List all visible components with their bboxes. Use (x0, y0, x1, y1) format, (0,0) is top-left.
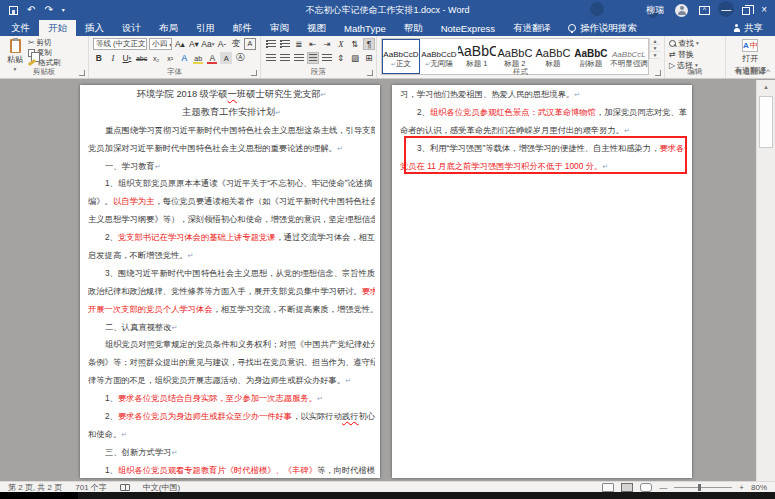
superscript-button[interactable]: x² (164, 52, 176, 64)
doc-line[interactable]: 1、组织各位党员观看专题教育片《时代楷模》、《丰碑》等，向时代楷模学 (88, 462, 375, 480)
page-2[interactable]: 习，学习他们热爱祖国、热爱人民的思想境界。↵2、组织各位党员参观红色景点：武汉革… (392, 85, 692, 478)
collapse-ribbon-button[interactable]: ^ (766, 67, 770, 76)
doc-line[interactable]: 律等方面的不足，组织党员开展志愿活动、为身边师生或群众办好事。↵ (88, 372, 375, 390)
document-canvas[interactable]: 环境学院 2018 级学硕一班硕士研究生党支部↵主题教育工作安排计划↵重点围绕学… (0, 80, 775, 481)
restore-button[interactable] (742, 7, 750, 15)
style-scroll-up-button[interactable]: ▲ (650, 38, 660, 45)
enclose-characters-button[interactable]: Ⓐ (234, 52, 246, 64)
avatar[interactable] (675, 4, 688, 17)
asian-layout-button[interactable]: X (335, 38, 347, 50)
tab-插入[interactable]: 插入 (76, 20, 113, 36)
redo-button[interactable]: ↷ (44, 5, 52, 15)
character-shading-button[interactable]: A (220, 52, 232, 64)
tab-引用[interactable]: 引用 (187, 20, 224, 36)
doc-line[interactable]: 党员加深对习近平新时代中国特色社会主义思想的重要论述的理解。↵ (88, 140, 375, 158)
doc-line[interactable]: 重点围绕学习贯彻习近平新时代中国特色社会主义思想这条主线，引导支部 (88, 122, 375, 140)
tab-邮件[interactable]: 邮件 (224, 20, 261, 36)
tab-帮助[interactable]: 帮助 (395, 20, 432, 36)
doc-line[interactable]: 习，学习他们热爱祖国、热爱人民的思想境界。↵ (400, 86, 687, 104)
character-border-button[interactable]: A (244, 38, 256, 50)
zoom-out-button[interactable]: — (659, 483, 667, 492)
clipboard-dialog-launcher[interactable] (79, 70, 85, 76)
increase-indent-button[interactable]: ⇥ (321, 38, 333, 50)
show-marks-button[interactable]: ¶ (363, 38, 375, 50)
doc-line[interactable]: 组织党员对照党章规定的党员条件和义务权利；对照《中国共产党纪律处分 (88, 336, 375, 354)
save-icon[interactable] (9, 6, 18, 15)
doc-line[interactable]: 1、组织支部党员原原本本通读《习近平关于“不忘初心、牢记使命”论述摘 (88, 175, 375, 193)
ribbon-display-options-icon[interactable] (699, 6, 710, 15)
replace-button[interactable]: ⇄替换 (669, 49, 699, 59)
doc-line[interactable]: 环境学院 2018 级学硕一班硕士研究生党支部↵ (88, 86, 375, 104)
tab-审阅[interactable]: 审阅 (261, 20, 298, 36)
scroll-up-arrow[interactable]: ▲ (757, 80, 775, 94)
vertical-scrollbar[interactable]: ▲ (756, 80, 775, 481)
shrink-font-button[interactable]: A▾ (188, 38, 200, 50)
doc-line[interactable]: 开展一次支部的党员个人学习体会，相互学习交流，不断提高素质，增强党性。↵ (88, 301, 375, 319)
format-painter-button[interactable]: 格式刷 (28, 58, 61, 67)
doc-line[interactable]: 2、要求各位党员为身边师生或群众至少办一件好事，以实际行动践行初心 (88, 408, 375, 426)
doc-line[interactable]: 主义思想学习纲要》等），深刻领悟初心和使命，增强党的意识，坚定理想信念。↵ (88, 211, 375, 229)
underline-button[interactable]: U▾ (121, 52, 133, 64)
line-spacing-button[interactable]: ⇕ (335, 52, 347, 64)
word-count[interactable]: 701 个字 (75, 482, 107, 493)
tab-视图[interactable]: 视图 (298, 20, 335, 36)
web-layout-button[interactable] (640, 483, 652, 492)
style-scroll-down-button[interactable]: ▼ (650, 45, 660, 52)
copy-button[interactable]: 复制 (28, 48, 61, 57)
minimize-button[interactable]: — (721, 5, 731, 15)
customize-quick-access-button[interactable]: ▾ (62, 5, 65, 15)
align-center-button[interactable] (279, 52, 291, 64)
style-gallery-more-button[interactable]: ▼ (650, 52, 660, 59)
numbering-button[interactable] (279, 38, 291, 50)
doc-line[interactable]: 条例》等；对照群众提出的意见与建议，寻找出在党员意识、担当作为、遵守纪 (88, 354, 375, 372)
subscript-button[interactable]: x₂ (150, 52, 162, 64)
distribute-button[interactable] (321, 52, 333, 64)
doc-line[interactable]: 2、党支部书记在学习体会的基础上讲专题党课，通过交流学习体会，相互 (88, 229, 375, 247)
user-name[interactable]: 柳瑞 (646, 4, 664, 17)
page-indicator[interactable]: 第 2 页, 共 2 页 (8, 482, 62, 493)
italic-button[interactable]: I (107, 52, 119, 64)
doc-line[interactable]: 三、创新方式学习↵ (88, 444, 375, 462)
bold-button[interactable]: B (93, 52, 105, 64)
doc-line[interactable]: 主题教育工作安排计划↵ (88, 104, 375, 122)
align-right-button[interactable] (293, 52, 305, 64)
scrollbar-thumb[interactable] (759, 96, 773, 148)
clear-formatting-button[interactable]: A- (216, 38, 228, 50)
multilevel-list-button[interactable]: ≣ (293, 38, 305, 50)
zoom-slider[interactable] (674, 487, 732, 488)
undo-button[interactable]: ↶ (27, 5, 35, 15)
styles-dialog-launcher[interactable] (655, 70, 661, 76)
zoom-slider-thumb[interactable] (698, 484, 701, 491)
doc-line[interactable]: 编》。以自学为主，每位党员要通读相关著作（如《习近平新时代中国特色社会 (88, 193, 375, 211)
doc-line[interactable]: 和使命。↵ (88, 426, 375, 444)
borders-button[interactable]: ⊞ (363, 52, 375, 64)
change-case-button[interactable]: Aa▾ (202, 38, 214, 50)
find-button[interactable]: 查找▾ (669, 38, 699, 48)
doc-line[interactable]: 一、学习教育↵ (88, 158, 375, 176)
font-color-button[interactable]: A (206, 52, 218, 64)
paragraph-dialog-launcher[interactable] (367, 70, 373, 76)
close-button[interactable]: × (761, 5, 767, 15)
shading-button[interactable]: ▨ (349, 52, 361, 64)
tell-me-search[interactable]: 操作说明搜索 (560, 20, 645, 36)
doc-line[interactable]: 2、组织各位党员参观红色景点：武汉革命博物馆，加深党员同志对党、革 (400, 104, 687, 122)
tab-NoteExpress[interactable]: NoteExpress (432, 20, 504, 36)
cut-button[interactable]: ✂剪切 (28, 38, 61, 47)
proofing-status-icon[interactable] (120, 484, 130, 491)
doc-line[interactable]: 启发提高，不断增强党性。↵ (88, 247, 375, 265)
doc-line[interactable]: 3、围绕习近平新时代中国特色社会主义思想，从党的理想信念、宗旨性质、 (88, 265, 375, 283)
align-left-button[interactable] (265, 52, 277, 64)
doc-line[interactable]: 政治纪律和政治规律、党性修养等方面入手，展开支部党员集中学习研讨。要求 (88, 283, 375, 301)
zoom-level[interactable]: 80% (751, 483, 767, 492)
strikethrough-button[interactable]: abc (135, 52, 148, 64)
font-dialog-launcher[interactable] (251, 70, 257, 76)
doc-line[interactable]: 二、认真直视整改↵ (88, 319, 375, 337)
tab-文件[interactable]: 文件 (2, 20, 39, 36)
tab-设计[interactable]: 设计 (113, 20, 150, 36)
justify-button[interactable] (307, 52, 319, 64)
highlight-color-button[interactable]: ab (192, 52, 204, 64)
language-indicator[interactable]: 中文(中国) (143, 482, 180, 493)
sort-button[interactable]: ⇅ (349, 38, 361, 50)
phonetic-guide-button[interactable]: 变 (230, 38, 242, 50)
tab-MathType[interactable]: MathType (335, 20, 395, 36)
